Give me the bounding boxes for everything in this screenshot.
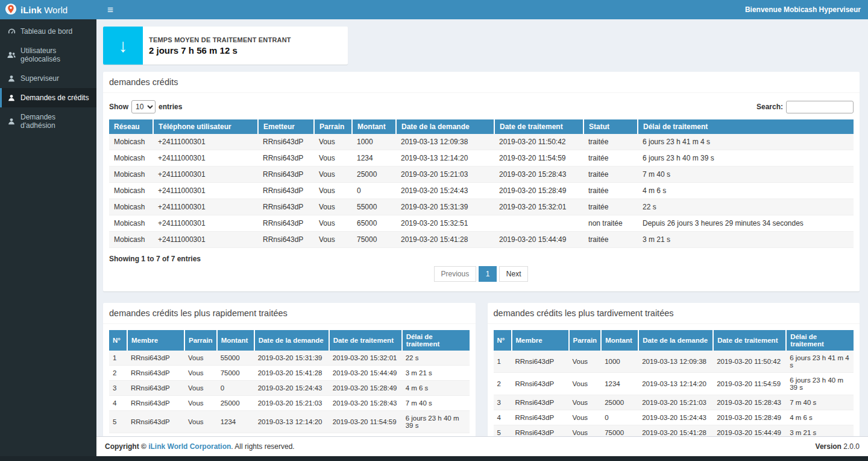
table-cell: 55000: [217, 351, 254, 366]
column-header[interactable]: Téléphone utilisateur: [153, 119, 258, 134]
table-cell: 2019-03-20 11:50:42: [713, 351, 786, 373]
table-cell: 2019-03-20 15:28:43: [329, 396, 402, 411]
table-cell: 7 m 40 s: [402, 396, 470, 411]
column-header[interactable]: Parrain: [184, 330, 217, 351]
table-cell: RRnsi643dP: [258, 232, 314, 248]
column-header[interactable]: Délai de traitement: [638, 119, 854, 134]
table-cell: traitée: [583, 150, 638, 167]
table-row: 2RRnsi643dPVous12342019-03-13 12:14:2020…: [494, 373, 854, 395]
column-header[interactable]: N°: [109, 330, 127, 351]
table-cell: 4: [494, 410, 512, 425]
table-cell: 25000: [352, 167, 396, 183]
infobox-value: 2 jours 7 h 56 m 12 s: [149, 45, 291, 56]
column-header[interactable]: Montant: [217, 330, 254, 351]
table-cell: +24111000301: [153, 232, 258, 248]
search-input[interactable]: [786, 101, 854, 113]
table-cell: 2019-03-20 15:28:49: [494, 183, 583, 199]
pagination-page-1-button[interactable]: 1: [479, 266, 497, 282]
search-label: Search:: [756, 103, 783, 111]
table-cell: 2: [494, 373, 512, 395]
column-header[interactable]: Délai de traitement: [786, 330, 854, 351]
pagination-next-button[interactable]: Next: [499, 266, 529, 282]
sidebar-item-demandes-de-credits[interactable]: Demandes de crédits: [0, 88, 96, 107]
table-row: 5RRnsi643dPVous750002019-03-20 15:41:282…: [494, 425, 854, 437]
column-header[interactable]: Date de la demande: [638, 330, 713, 351]
fastest-credits-table: N°MembreParrainMontantDate de la demande…: [109, 330, 470, 433]
column-header[interactable]: Emetteur: [258, 119, 314, 134]
sidebar: Tableau de bord Utilisateurs géolocalisé…: [0, 19, 96, 456]
table-cell: 3: [109, 381, 127, 396]
table-cell: Vous: [314, 167, 352, 183]
column-header[interactable]: Statut: [583, 119, 638, 134]
table-row: 3RRnsi643dPVous250002019-03-20 15:21:032…: [494, 395, 854, 410]
column-header[interactable]: Parrain: [314, 119, 352, 134]
table-cell: 2019-03-20 15:31:39: [254, 351, 329, 366]
table-row: Mobicash+24111000301RRnsi643dPVous100020…: [109, 134, 854, 150]
column-header[interactable]: Date de traitement: [329, 330, 402, 351]
navbar: ≡ Bienvenue Mobicash Hyperviseur: [96, 0, 868, 19]
table-cell: 2019-03-20 15:44:49: [494, 232, 583, 248]
table-cell: 2019-03-20 15:44:49: [713, 425, 786, 437]
column-header[interactable]: Parrain: [569, 330, 602, 351]
table-cell: 2019-03-20 15:44:49: [329, 366, 402, 381]
column-header[interactable]: Délai de traitement: [402, 330, 470, 351]
table-cell: RRnsi643dP: [512, 351, 569, 373]
user-icon: [7, 118, 16, 125]
table-cell: 2019-03-13 12:14:20: [638, 373, 713, 395]
table-cell: 2019-03-20 11:54:59: [494, 150, 583, 167]
column-header[interactable]: N°: [494, 330, 512, 351]
table-cell: Mobicash: [109, 183, 153, 199]
column-header[interactable]: Membre: [512, 330, 569, 351]
sidebar-item-superviseur[interactable]: Superviseur: [0, 69, 96, 88]
table-cell: Vous: [569, 373, 602, 395]
pagination-previous-button[interactable]: Previous: [434, 266, 477, 282]
column-header[interactable]: Date de traitement: [713, 330, 786, 351]
table-cell: Mobicash: [109, 215, 153, 232]
column-header[interactable]: Montant: [352, 119, 396, 134]
table-cell: RRnsi643dP: [127, 396, 184, 411]
table-cell: RRnsi643dP: [512, 410, 569, 425]
table-cell: 2019-03-13 12:09:38: [396, 134, 494, 150]
slowest-panel-title: demandes crédits les plus tardivement tr…: [488, 303, 860, 324]
table-cell: traitée: [583, 232, 638, 248]
table-cell: 4 m 6 s: [786, 410, 854, 425]
table-cell: 2019-03-20 15:32:01: [494, 199, 583, 215]
column-header[interactable]: Date de traitement: [494, 119, 583, 134]
users-icon: [7, 51, 16, 59]
table-cell: 6 jours 23 h 40 m 39 s: [402, 411, 470, 433]
sidebar-toggle-button[interactable]: ≡: [104, 4, 117, 16]
table-cell: RRnsi643dP: [512, 395, 569, 410]
sidebar-item-demandes-adhesion[interactable]: Demandes d'adhésion: [0, 107, 96, 135]
table-cell: 7 m 40 s: [638, 167, 854, 183]
table-cell: 6 jours 23 h 40 m 39 s: [786, 373, 854, 395]
table-cell: 2019-03-20 15:41:28: [254, 366, 329, 381]
column-header[interactable]: Montant: [601, 330, 638, 351]
sidebar-item-tableau-de-bord[interactable]: Tableau de bord: [0, 22, 96, 41]
table-cell: 5: [109, 411, 127, 433]
credits-panel: demandes crédits Show 10 entries Search:: [103, 72, 860, 291]
column-header[interactable]: Réseau: [109, 119, 153, 134]
table-cell: 0: [217, 381, 254, 396]
brand-logo[interactable]: iLink World: [0, 0, 96, 19]
table-info: Showing 1 to 7 of 7 entries: [109, 255, 854, 263]
sidebar-item-utilisateurs-geolocalises[interactable]: Utilisateurs géolocalisés: [0, 41, 96, 69]
table-cell: 1: [494, 351, 512, 373]
column-header[interactable]: Date de la demande: [254, 330, 329, 351]
footer-company-link[interactable]: iLink World Corporation: [148, 442, 231, 451]
table-header-row: RéseauTéléphone utilisateurEmetteurParra…: [109, 119, 854, 134]
table-cell: 1: [109, 351, 127, 366]
sidebar-item-label: Demandes d'adhésion: [20, 113, 91, 130]
table-row: Mobicash+24111000301RRnsi643dPVous550002…: [109, 199, 854, 215]
table-row: Mobicash+24111000301RRnsi643dPVous750002…: [109, 232, 854, 248]
table-cell: Vous: [569, 425, 602, 437]
column-header[interactable]: Date de la demande: [396, 119, 494, 134]
table-cell: Depuis 26 jours 3 heures 29 minutes 34 s…: [638, 215, 854, 232]
table-cell: 75000: [217, 366, 254, 381]
show-label: Show: [109, 103, 128, 111]
table-cell: Vous: [314, 150, 352, 167]
table-cell: 55000: [352, 199, 396, 215]
page-length-select[interactable]: 10: [131, 100, 156, 113]
column-header[interactable]: Membre: [127, 330, 184, 351]
table-cell: non traitée: [583, 215, 638, 232]
table-cell: RRnsi643dP: [258, 150, 314, 167]
